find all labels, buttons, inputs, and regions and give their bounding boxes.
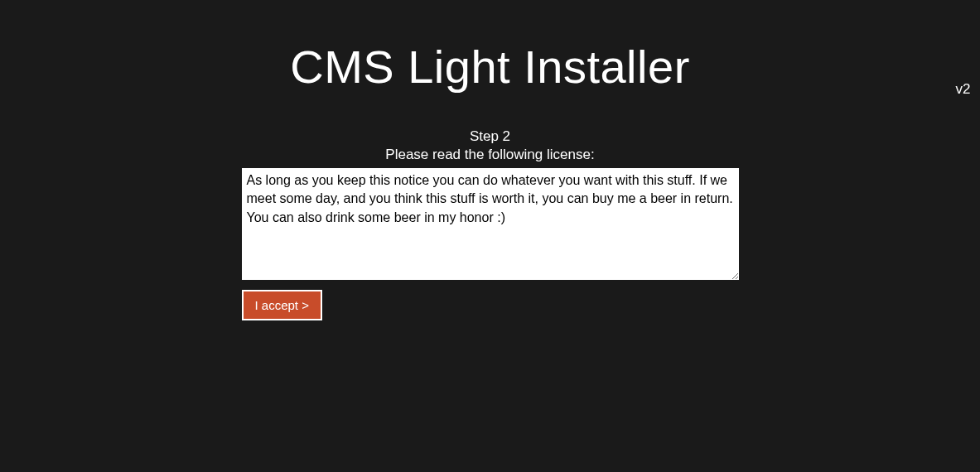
step-label: Step 2 — [242, 128, 739, 145]
page-title: CMS Light Installer — [242, 40, 739, 94]
instruction-text: Please read the following license: — [242, 147, 739, 163]
accept-button[interactable]: I accept > — [242, 290, 322, 320]
version-label: v2 — [956, 81, 971, 98]
license-textarea[interactable]: As long as you keep this notice you can … — [242, 168, 739, 280]
